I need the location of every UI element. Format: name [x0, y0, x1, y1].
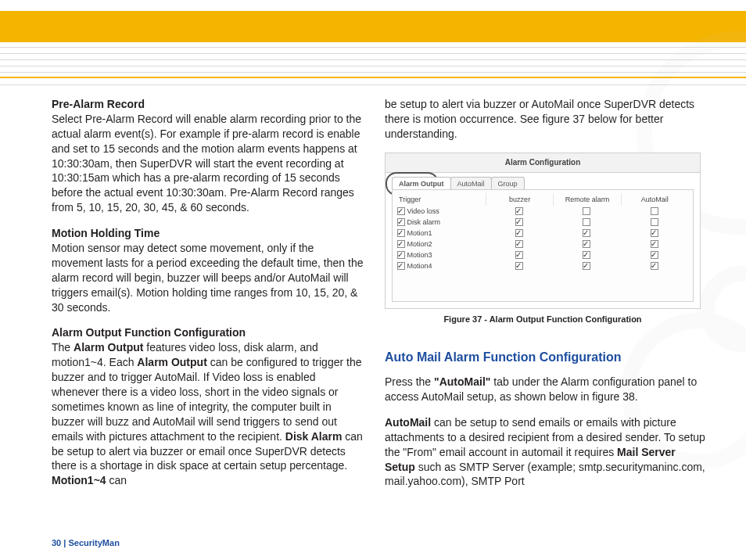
row-cell — [553, 239, 621, 249]
row-trigger-name: Motion1 — [397, 228, 485, 238]
checkbox-icon[interactable] — [583, 218, 590, 226]
row-cell — [553, 206, 621, 216]
bold-automail: AutoMail — [385, 416, 431, 429]
checkbox-icon[interactable] — [583, 240, 590, 248]
checkbox-icon[interactable] — [583, 229, 590, 237]
bold-automail: "AutoMail" — [434, 375, 490, 388]
content-area: Pre-Alarm Record Select Pre-Alarm Record… — [52, 97, 707, 529]
tab-alarm-output[interactable]: Alarm Output — [392, 177, 451, 190]
text: Press the — [385, 375, 434, 388]
row-cell — [621, 239, 689, 249]
automail-p1: Press the "AutoMail" tab under the Alarm… — [385, 375, 707, 404]
row-cell — [485, 250, 553, 260]
col-buzzer: buzzer — [486, 193, 554, 206]
checkbox-icon[interactable] — [397, 207, 405, 215]
checkbox-icon[interactable] — [515, 251, 523, 259]
table-row: Disk alarm — [397, 217, 688, 228]
checkbox-icon[interactable] — [651, 262, 658, 270]
checkbox-icon[interactable] — [515, 240, 523, 248]
figure-window-title: Alarm Configuration — [386, 153, 700, 173]
checkbox-icon[interactable] — [651, 229, 658, 237]
section-alarm-output: Alarm Output Function Configuration The … — [52, 325, 366, 488]
row-cell — [621, 217, 689, 227]
checkbox-icon[interactable] — [583, 251, 590, 259]
figure-caption: Figure 37 - Alarm Output Function Config… — [385, 314, 701, 325]
row-cell — [621, 261, 689, 271]
text: The — [52, 341, 74, 354]
footer-brand: SecurityMan — [68, 538, 119, 547]
row-trigger-name: Motion4 — [397, 261, 485, 271]
text-motion-holding: Motion sensor may detect some movement, … — [52, 242, 363, 314]
figure-window: Alarm Configuration Alarm Output AutoMai… — [385, 153, 701, 309]
figure-37: Alarm Configuration Alarm Output AutoMai… — [385, 153, 701, 325]
checkbox-icon[interactable] — [515, 207, 523, 215]
row-cell — [621, 206, 689, 216]
right-column: be setup to alert via buzzer or AutoMail… — [385, 97, 707, 500]
checkbox-icon[interactable] — [651, 240, 658, 248]
checkbox-icon[interactable] — [515, 218, 523, 226]
text: can — [106, 474, 127, 486]
heading-alarm-output: Alarm Output Function Configuration — [52, 326, 246, 339]
table-headers: Trigger buzzer Remote alarm AutoMail — [397, 193, 688, 206]
bold-disk-alarm: Disk Alarm — [285, 430, 343, 443]
text-pre-alarm: Select Pre-Alarm Record will enable alar… — [52, 113, 361, 214]
col-trigger: Trigger — [397, 193, 486, 206]
tab-group[interactable]: Group — [491, 177, 525, 190]
table-row: Video loss — [397, 206, 688, 217]
checkbox-icon[interactable] — [397, 218, 405, 226]
table-row: Motion3 — [397, 249, 688, 260]
col-remote-alarm: Remote alarm — [554, 193, 621, 206]
heading-motion-holding: Motion Holding Time — [52, 227, 160, 239]
row-cell — [553, 228, 621, 238]
checkbox-icon[interactable] — [583, 207, 590, 215]
table-rows: Video loss Disk alarm Motion1 Motion2 Mo… — [397, 206, 688, 271]
checkbox-icon[interactable] — [515, 262, 523, 270]
tab-automail[interactable]: AutoMail — [450, 177, 492, 190]
section-title-automail: Auto Mail Alarm Function Configuration — [385, 349, 707, 366]
table-row: Motion2 — [397, 239, 688, 249]
automail-p2: AutoMail can be setup to send emails or … — [385, 415, 707, 489]
row-cell — [553, 250, 621, 260]
checkbox-icon[interactable] — [651, 218, 658, 226]
checkbox-icon[interactable] — [397, 229, 405, 237]
figure-tab-content: Trigger buzzer Remote alarm AutoMail Vid… — [392, 189, 694, 302]
row-trigger-name: Video loss — [397, 206, 485, 216]
row-cell — [485, 239, 553, 249]
section-pre-alarm: Pre-Alarm Record Select Pre-Alarm Record… — [52, 97, 366, 215]
left-column: Pre-Alarm Record Select Pre-Alarm Record… — [52, 97, 366, 499]
text: such as SMTP Server (example; smtp.secur… — [385, 461, 705, 488]
section-motion-holding: Motion Holding Time Motion sensor may de… — [52, 226, 366, 314]
row-cell — [553, 217, 621, 227]
table-row: Motion4 — [397, 260, 688, 271]
row-cell — [621, 250, 689, 260]
checkbox-icon[interactable] — [515, 229, 523, 237]
text-continuation: be setup to alert via buzzer or AutoMail… — [385, 97, 707, 142]
bold-alarm-output: Alarm Output — [137, 356, 206, 368]
checkbox-icon[interactable] — [397, 240, 405, 248]
row-trigger-name: Motion2 — [397, 239, 485, 249]
row-trigger-name: Disk alarm — [397, 217, 485, 227]
checkbox-icon[interactable] — [651, 251, 658, 259]
row-trigger-name: Motion3 — [397, 250, 485, 260]
checkbox-icon[interactable] — [651, 207, 658, 215]
row-cell — [621, 228, 689, 238]
footer: 30 | SecurityMan — [52, 537, 120, 549]
figure-tabs: Alarm Output AutoMail Group — [392, 177, 524, 190]
heading-pre-alarm: Pre-Alarm Record — [52, 98, 145, 110]
row-cell — [485, 261, 553, 271]
row-cell — [485, 228, 553, 238]
row-cell — [553, 261, 621, 271]
table-row: Motion1 — [397, 228, 688, 239]
page: Pre-Alarm Record Select Pre-Alarm Record… — [0, 0, 746, 560]
row-cell — [485, 206, 553, 216]
checkbox-icon[interactable] — [397, 262, 405, 270]
row-cell — [485, 217, 553, 227]
checkbox-icon[interactable] — [583, 262, 590, 270]
col-automail: AutoMail — [622, 193, 688, 206]
checkbox-icon[interactable] — [397, 251, 405, 259]
page-number: 30 — [52, 538, 61, 547]
bold-alarm-output: Alarm Output — [74, 341, 143, 354]
bold-motion: Motion1~4 — [52, 474, 106, 486]
